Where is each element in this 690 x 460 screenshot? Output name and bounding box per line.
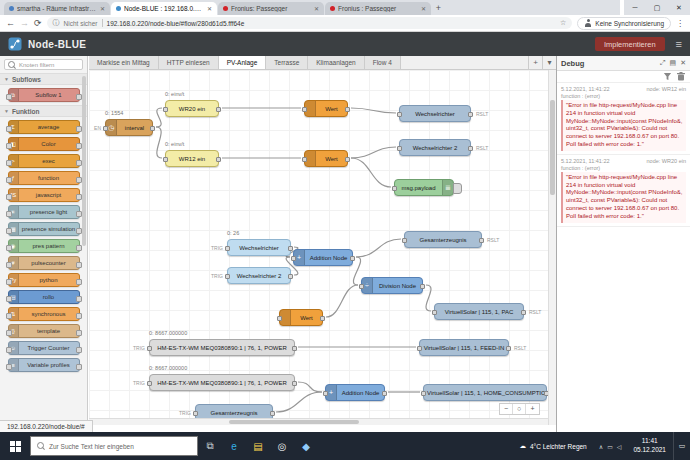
flow-node[interactable]: HM-ES-TX-WM MEQ0380890:1 | 76, 1, POWER [149, 339, 295, 356]
browser-tab[interactable]: Node-BLUE : 192.168.0.220✕ [111, 2, 217, 15]
zoom-in-button[interactable]: + [526, 404, 539, 414]
browser-icon[interactable]: ◎ [270, 432, 294, 460]
flow-list-button[interactable]: ▾ [542, 56, 556, 69]
flow-tab[interactable]: Terrasse [266, 56, 308, 69]
palette-filter-input[interactable]: Knoten filtern [4, 59, 83, 70]
taskbar-search[interactable]: Zur Suche Text hier eingeben [30, 436, 198, 456]
flow-node[interactable]: VirtuellSolar | 115, 1, FEED-IN [419, 339, 509, 356]
output-port[interactable] [292, 381, 297, 386]
input-port[interactable] [421, 391, 426, 396]
close-button[interactable]: ✕ [668, 0, 690, 15]
flow-tab[interactable]: Klimaanlagen [308, 56, 364, 69]
url-bar[interactable]: ⓘ Nicht sicher 192.168.0.220/node-blue/#… [47, 17, 573, 29]
input-port[interactable] [147, 381, 152, 386]
tab-close-icon[interactable]: ✕ [421, 5, 426, 12]
input-port[interactable] [225, 246, 230, 251]
flow-node[interactable]: VirtuellSolar | 115, 1, PAC [434, 303, 524, 320]
bookmark-star-icon[interactable]: ☆ [560, 19, 566, 27]
minimize-button[interactable]: ─ [624, 0, 646, 15]
zoom-reset-button[interactable]: ○ [513, 404, 526, 414]
palette-node[interactable]: ▤rollo [8, 290, 80, 304]
flow-node[interactable]: WR20 ein [165, 100, 219, 117]
palette-node[interactable]: Σaverage [8, 120, 80, 134]
output-port[interactable] [270, 411, 275, 416]
weather-widget[interactable]: ☁ 4°C Leichter Regen [512, 432, 593, 460]
main-menu-icon[interactable]: ≡ [676, 39, 682, 50]
expand-icon[interactable]: ⤢ [660, 59, 666, 67]
tray-expand-icon[interactable]: ∧ [599, 443, 603, 450]
flow-tab[interactable]: Markise ein Mittag [89, 56, 159, 69]
horizontal-scrollbar[interactable] [89, 418, 548, 425]
explorer-icon[interactable]: ▤ [246, 432, 270, 460]
start-button[interactable] [0, 432, 30, 460]
browser-tab[interactable]: Fronius : Passegger✕ [325, 2, 431, 15]
input-port[interactable] [225, 274, 230, 279]
output-port[interactable] [350, 256, 355, 261]
palette-node[interactable]: ⇅synchronous [8, 307, 80, 321]
tab-close-icon[interactable]: ✕ [207, 5, 212, 12]
palette-node[interactable]: ☀presence light [8, 205, 80, 219]
palette-section-header[interactable]: ▼Subflows [0, 73, 87, 85]
palette-node[interactable]: ƒfunction [8, 171, 80, 185]
info-icon[interactable]: ⓘ [53, 18, 60, 28]
flow-node[interactable]: Gesamterzeugnis [404, 231, 482, 248]
list-icon[interactable]: ▤ [670, 59, 677, 67]
output-port[interactable] [382, 391, 387, 396]
filter-icon[interactable] [663, 72, 672, 81]
scrollbar-thumb[interactable] [229, 420, 359, 424]
palette-node[interactable]: ⏲Trigger Counter [8, 341, 80, 355]
sync-button[interactable]: Keine Synchronisierung [577, 17, 671, 30]
flow-node[interactable]: msg.payload≣ [394, 179, 454, 196]
new-tab-button[interactable]: + [432, 2, 445, 15]
input-port[interactable] [397, 146, 402, 151]
output-port[interactable] [521, 310, 526, 315]
flow-node[interactable]: Wechselrichter 2 [227, 267, 291, 284]
browser-tab[interactable]: smartha - Räume Infrastruktur✕ [4, 2, 110, 15]
output-port[interactable] [420, 284, 425, 289]
output-port[interactable] [292, 346, 297, 351]
task-view-icon[interactable]: ⧉ [198, 432, 222, 460]
reload-button[interactable]: ⟳ [34, 19, 42, 28]
output-port[interactable] [216, 107, 221, 112]
flow-node[interactable]: Wechselrichter [227, 239, 291, 256]
flow-canvas[interactable]: − ○ + ◷interval0: 1554ENWR20 ein0: einv/… [89, 70, 548, 418]
palette-node[interactable]: ≡Variable profiles [8, 358, 80, 372]
flow-node[interactable]: Wert [279, 309, 323, 326]
output-port[interactable] [288, 246, 293, 251]
palette-scrollbar[interactable] [82, 76, 86, 246]
flow-node[interactable]: Gesamterzeugnis [195, 404, 273, 418]
output-port[interactable] [468, 112, 473, 117]
output-port[interactable] [506, 346, 511, 351]
browser-menu-icon[interactable]: ⋮ [676, 19, 684, 28]
palette-node[interactable]: JSjavascript [8, 188, 80, 202]
output-port[interactable] [544, 391, 548, 396]
flow-tab[interactable]: PV-Anlage [219, 56, 267, 69]
palette-node[interactable]: ⧉Subflow 1 [8, 88, 80, 102]
trash-icon[interactable] [677, 72, 685, 81]
debug-toggle-button[interactable] [453, 183, 462, 194]
input-port[interactable] [103, 126, 108, 131]
vertical-scrollbar[interactable] [548, 70, 556, 425]
flow-tab[interactable]: HTTP einlesen [159, 56, 219, 69]
scrollbar-thumb[interactable] [550, 100, 555, 195]
input-port[interactable] [323, 391, 328, 396]
flow-node[interactable]: VirtuellSolar | 115, 1, HOME_CONSUMPTION [423, 384, 547, 401]
input-port[interactable] [163, 107, 168, 112]
palette-node[interactable]: ◉pres pattern [8, 239, 80, 253]
flow-node[interactable]: ◷interval [105, 119, 153, 136]
flow-node[interactable]: +Addition Node [325, 384, 385, 401]
deploy-button[interactable]: Implementieren [595, 37, 665, 51]
browser-tab[interactable]: Fronius: Passegger✕ [218, 2, 324, 15]
input-port[interactable] [302, 157, 307, 162]
input-port[interactable] [147, 346, 152, 351]
input-port[interactable] [417, 346, 422, 351]
input-port[interactable] [359, 284, 364, 289]
output-port[interactable] [150, 126, 155, 131]
input-port[interactable] [277, 316, 282, 321]
maximize-button[interactable]: ▢ [646, 0, 668, 15]
forward-button[interactable]: → [20, 19, 29, 28]
input-port[interactable] [402, 238, 407, 243]
palette-node[interactable]: ◧Color [8, 137, 80, 151]
add-flow-button[interactable]: + [528, 56, 542, 69]
palette-section-header[interactable]: ▼Funktion [0, 105, 87, 117]
